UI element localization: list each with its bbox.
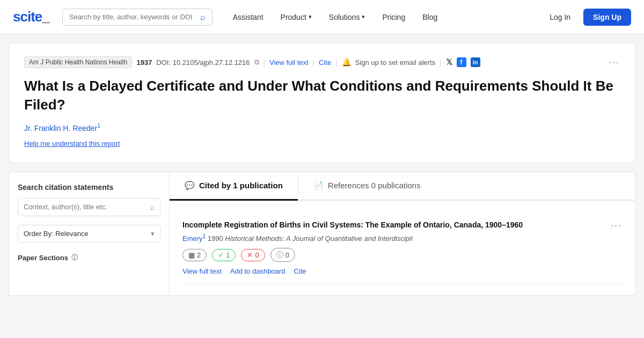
citation-card-header: Incomplete Registration of Births in Civ…	[182, 220, 622, 231]
logo-text-blue: scite	[13, 9, 42, 25]
tab-cited[interactable]: 💬 Cited by 1 publication	[170, 172, 298, 201]
chevron-down-icon: ▾	[309, 13, 312, 20]
citation-stats: ▦ 2 ✓ 1 ✕ 0 ⓘ 0	[182, 248, 622, 262]
nav-right: Log In Sign Up	[541, 9, 631, 26]
lower-section: Search citation statements ⌕ Order By: R…	[9, 172, 635, 296]
citation-add-to-dashboard-link[interactable]: Add to dashboard	[230, 267, 286, 275]
stat-check-icon: ✓	[218, 251, 224, 259]
article-meta: Am J Public Health Nations Health 1937 D…	[24, 56, 620, 68]
nav-item-pricing[interactable]: Pricing	[375, 9, 413, 26]
citation-actions: View full text Add to dashboard Cite	[182, 267, 622, 275]
sidebar-search[interactable]: ⌕	[18, 198, 160, 216]
citation-view-full-text-link[interactable]: View full text	[182, 267, 222, 275]
article-header: Am J Public Health Nations Health 1937 D…	[9, 43, 635, 163]
cited-tab-icon: 💬	[185, 181, 195, 190]
more-options-button[interactable]: ···	[609, 57, 620, 68]
main-wrapper: Am J Public Health Nations Health 1937 D…	[0, 43, 644, 296]
view-full-text-header-link[interactable]: View full text	[269, 58, 309, 67]
citation-author[interactable]: Emery1 1990 Historical Methods: A Journa…	[182, 233, 622, 243]
paper-sections-title: Paper Sections ⓘ	[18, 253, 160, 262]
article-author[interactable]: Jr. Franklin H. Reeder1	[24, 123, 620, 133]
search-bar[interactable]: ⌕	[62, 9, 213, 26]
chevron-down-icon: ▾	[362, 13, 365, 20]
sidebar: Search citation statements ⌕ Order By: R…	[9, 172, 170, 296]
nav-item-blog[interactable]: Blog	[415, 9, 445, 26]
linkedin-icon[interactable]: in	[471, 57, 480, 67]
citation-list: Incomplete Registration of Births in Civ…	[170, 201, 635, 295]
sidebar-search-icon: ⌕	[150, 203, 155, 211]
logo[interactable]: scite_	[13, 9, 49, 25]
stat-mentioning-badge: ⓘ 0	[270, 248, 295, 262]
facebook-icon[interactable]: f	[457, 57, 466, 67]
citation-more-button[interactable]: ···	[604, 220, 622, 231]
journal-badge: Am J Public Health Nations Health	[24, 56, 132, 68]
sidebar-search-input[interactable]	[24, 203, 147, 211]
copy-doi-icon[interactable]: ⧉	[254, 58, 259, 67]
logo-text-dark: _	[42, 9, 49, 25]
stat-total-icon: ▦	[188, 251, 195, 259]
stat-supporting-badge: ✓ 1	[212, 249, 236, 261]
doi-label: DOI: 10.2105/ajph.27.12.1216	[156, 58, 250, 67]
tab-references[interactable]: 📄 References 0 publications	[298, 172, 436, 201]
twitter-icon[interactable]: 𝕏	[446, 57, 452, 67]
order-chevron-icon: ▾	[151, 230, 155, 238]
nav-item-solutions[interactable]: Solutions ▾	[321, 9, 373, 26]
tabs-area: 💬 Cited by 1 publication 📄 References 0 …	[170, 172, 635, 296]
help-link[interactable]: Help me understand this report	[24, 139, 120, 148]
nav-item-assistant[interactable]: Assistant	[225, 9, 271, 26]
stat-contradicting-badge: ✕ 0	[241, 249, 265, 261]
social-links: 𝕏 f in	[446, 57, 480, 67]
tabs-header: 💬 Cited by 1 publication 📄 References 0 …	[170, 172, 635, 201]
alert-text: Sign up to set email alerts	[355, 58, 436, 67]
stat-total-badge: ▦ 2	[182, 249, 207, 261]
search-icon: ⌕	[200, 12, 206, 22]
cite-header-link[interactable]: Cite	[319, 58, 331, 67]
order-select[interactable]: Order By: Relevance ▾	[18, 225, 160, 243]
citation-cite-link[interactable]: Cite	[294, 267, 306, 275]
search-input[interactable]	[69, 13, 196, 21]
citation-title: Incomplete Registration of Births in Civ…	[182, 220, 604, 231]
stat-circle-icon: ⓘ	[276, 250, 283, 260]
nav-item-product[interactable]: Product ▾	[273, 9, 319, 26]
table-row: Incomplete Registration of Births in Civ…	[182, 211, 622, 284]
nav-links: Assistant Product ▾ Solutions ▾ Pricing …	[225, 9, 537, 26]
info-icon[interactable]: ⓘ	[71, 253, 78, 262]
navbar: scite_ ⌕ Assistant Product ▾ Solutions ▾…	[0, 0, 644, 34]
references-tab-icon: 📄	[313, 181, 324, 190]
signup-button[interactable]: Sign Up	[583, 9, 631, 26]
article-title: What Is a Delayed Certificate and Under …	[24, 77, 620, 114]
bell-icon[interactable]: 🔔	[342, 58, 351, 67]
citation-journal: Historical Methods: A Journal of Quantit…	[225, 234, 412, 243]
stat-x-icon: ✕	[247, 251, 253, 259]
article-year: 1937	[136, 58, 152, 67]
login-button[interactable]: Log In	[541, 9, 579, 26]
sidebar-title: Search citation statements	[18, 183, 160, 192]
